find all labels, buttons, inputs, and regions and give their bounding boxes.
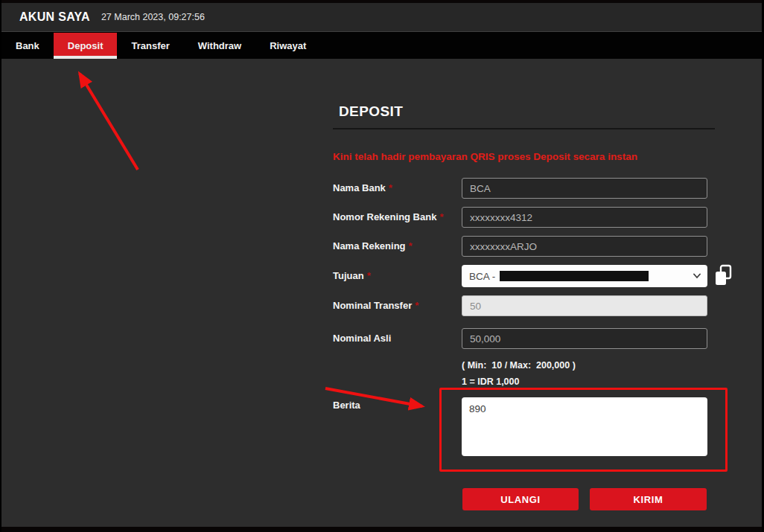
nama-bank-label: Nama Bank* bbox=[333, 182, 392, 193]
tujuan-selected-value: BCA - bbox=[469, 271, 495, 282]
tab-riwayat[interactable]: Riwayat bbox=[255, 33, 320, 59]
nama-rekening-label: Nama Rekening* bbox=[333, 240, 413, 251]
min-max-hint: ( Min: 10 / Max: 200,000 ) bbox=[462, 360, 576, 371]
nomor-rekening-input[interactable] bbox=[462, 207, 707, 228]
tujuan-select[interactable]: BCA - bbox=[462, 265, 707, 287]
tab-deposit-label: Deposit bbox=[68, 40, 104, 51]
tab-transfer[interactable]: Transfer bbox=[117, 33, 183, 59]
heading-divider bbox=[333, 128, 715, 129]
redaction-bar bbox=[500, 271, 649, 281]
tab-deposit[interactable]: Deposit bbox=[54, 33, 118, 59]
tab-withdraw[interactable]: Withdraw bbox=[184, 33, 255, 59]
nominal-transfer-input[interactable] bbox=[462, 295, 707, 316]
nomor-rekening-label: Nomor Rekening Bank* bbox=[333, 211, 443, 222]
deposit-panel: DEPOSIT Kini telah hadir pembayaran QRIS… bbox=[1, 59, 762, 527]
kirim-button[interactable]: KIRIM bbox=[590, 488, 707, 510]
section-heading: DEPOSIT bbox=[339, 103, 403, 120]
qris-notice: Kini telah hadir pembayaran QRIS proses … bbox=[333, 151, 637, 162]
page: AKUN SAYA 27 March 2023, 09:27:56 Bank D… bbox=[0, 0, 764, 532]
rate-hint: 1 = IDR 1,000 bbox=[462, 376, 519, 387]
tujuan-label: Tujuan* bbox=[333, 270, 371, 281]
tab-transfer-label: Transfer bbox=[131, 40, 169, 51]
required-asterisk: * bbox=[415, 300, 418, 311]
tab-withdraw-label: Withdraw bbox=[198, 40, 241, 51]
tab-bank[interactable]: Bank bbox=[1, 33, 54, 59]
nama-bank-input[interactable] bbox=[462, 178, 707, 199]
nominal-asli-label: Nominal Asli bbox=[333, 333, 391, 344]
main-nav: Bank Deposit Transfer Withdraw Riwayat bbox=[1, 33, 762, 59]
ulangi-button[interactable]: ULANGI bbox=[462, 488, 579, 510]
tab-bank-label: Bank bbox=[16, 40, 39, 51]
copy-icon[interactable] bbox=[713, 264, 733, 286]
required-asterisk: * bbox=[389, 182, 392, 193]
required-asterisk: * bbox=[439, 211, 443, 222]
berita-label: Berita bbox=[333, 400, 360, 411]
required-asterisk: * bbox=[367, 270, 371, 281]
account-header: AKUN SAYA 27 March 2023, 09:27:56 bbox=[1, 3, 762, 32]
berita-textarea[interactable]: 890 bbox=[462, 397, 707, 456]
tab-riwayat-label: Riwayat bbox=[270, 40, 306, 51]
chevron-down-icon bbox=[693, 272, 701, 280]
bottom-edge-sliver bbox=[1, 527, 762, 532]
page-title: AKUN SAYA bbox=[19, 10, 90, 24]
nominal-asli-input[interactable] bbox=[462, 328, 707, 349]
datetime-label: 27 March 2023, 09:27:56 bbox=[101, 12, 205, 22]
nama-rekening-input[interactable] bbox=[462, 236, 707, 257]
nominal-transfer-label: Nominal Transfer* bbox=[333, 300, 418, 311]
required-asterisk: * bbox=[409, 240, 413, 251]
